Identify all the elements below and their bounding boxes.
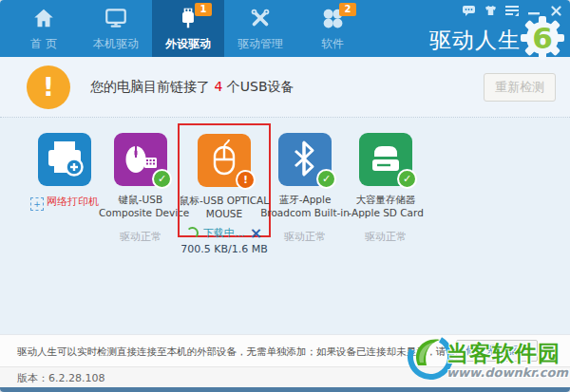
redetect-button[interactable]: 重新检测	[484, 73, 556, 102]
add-device-icon[interactable]: +	[30, 197, 44, 211]
bluetooth-icon: ✓	[278, 133, 332, 186]
svg-text:6: 6	[532, 21, 553, 55]
skin-shirt-icon[interactable]	[484, 5, 497, 16]
tab-local-drivers[interactable]: 本机驱动	[80, 0, 152, 57]
driver-ok-badge: ✓	[397, 169, 417, 189]
top-nav-bar: 首 页 本机驱动 1	[0, 0, 570, 57]
driver-status: 驱动正常	[340, 230, 431, 244]
tab-software[interactable]: 2 软件	[296, 0, 369, 57]
driver-ok-badge: ✓	[316, 169, 336, 189]
tab-label: 软件	[321, 36, 344, 52]
downloading-label: 下载中…	[203, 226, 245, 240]
device-name: 大容量存储器-Apple SD Card	[340, 193, 431, 219]
device-name: +网络打印机	[21, 195, 108, 211]
bottom-accent-strip	[0, 387, 570, 392]
driver-status: 驱动正常	[99, 230, 182, 244]
monitor-icon	[104, 6, 128, 33]
device-name: 蓝牙-AppleBroadcom Built-in	[260, 193, 350, 219]
optical-mouse-icon: !	[198, 134, 251, 187]
tab-label: 本机驱动	[93, 36, 139, 52]
driver-status: 驱动正常	[260, 230, 350, 244]
device-card-network-printer[interactable]: +网络打印机	[21, 133, 108, 211]
driver-life-window: 首 页 本机驱动 1	[0, 0, 570, 392]
download-spinner-icon	[186, 227, 199, 239]
home-icon	[31, 6, 56, 33]
feedback-chat-icon[interactable]	[462, 5, 475, 16]
nav-tabs: 首 页 本机驱动 1	[8, 0, 369, 57]
device-name: 鼠标-USB OPTICALMOUSE	[180, 194, 269, 220]
tab-badge-count: 2	[339, 3, 356, 16]
app-logo-text: 驱动人生	[429, 26, 521, 55]
storage-drive-icon: ✓	[359, 133, 412, 186]
tab-label: 首 页	[30, 36, 57, 52]
driver-ok-badge: ✓	[152, 169, 172, 189]
tab-label: 外设驱动	[165, 36, 211, 52]
exclamation-icon: !	[27, 65, 70, 109]
download-progress: 700.5 KB/1.6 MB	[180, 243, 269, 255]
tab-badge-count: 1	[195, 3, 212, 16]
watermark-site-name: 当客软件园	[446, 339, 560, 368]
download-status-row: 下载中… ×	[180, 226, 269, 240]
device-card-usb-composite[interactable]: ✓ 键鼠-USBComposite Device 驱动正常	[99, 133, 182, 244]
device-name: 键鼠-USBComposite Device	[99, 193, 182, 219]
main-menu-icon[interactable]	[505, 5, 519, 16]
tab-peripheral-drivers[interactable]: 1 外设驱动	[152, 0, 224, 57]
device-card-bluetooth[interactable]: ✓ 蓝牙-AppleBroadcom Built-in 驱动正常	[260, 133, 350, 244]
version-label: 版本：6.2.28.108	[17, 371, 104, 385]
usb-notice-strip: ! 您的电脑目前链接了 4 个USB设备 重新检测	[0, 57, 570, 118]
printer-icon	[38, 133, 91, 186]
wrench-tools-icon	[248, 6, 273, 33]
app-logo-gear-icon: 6	[519, 14, 566, 62]
notice-message: 您的电脑目前链接了 4 个USB设备	[90, 79, 294, 96]
tab-driver-management[interactable]: 驱动管理	[224, 0, 296, 57]
device-card-usb-optical-mouse-highlighted[interactable]: ! 鼠标-USB OPTICALMOUSE 下载中… × 700.5 KB/1.…	[178, 123, 271, 237]
driver-alert-badge: !	[236, 170, 256, 190]
device-card-mass-storage[interactable]: ✓ 大容量存储器-Apple SD Card 驱动正常	[340, 133, 431, 244]
tab-label: 驱动管理	[238, 36, 283, 52]
watermark-url: www.downkr.com	[446, 365, 568, 380]
site-watermark: 当客软件园 www.downkr.com	[405, 331, 568, 386]
mouse-keyboard-icon: ✓	[114, 133, 167, 186]
tab-home[interactable]: 首 页	[8, 0, 80, 57]
